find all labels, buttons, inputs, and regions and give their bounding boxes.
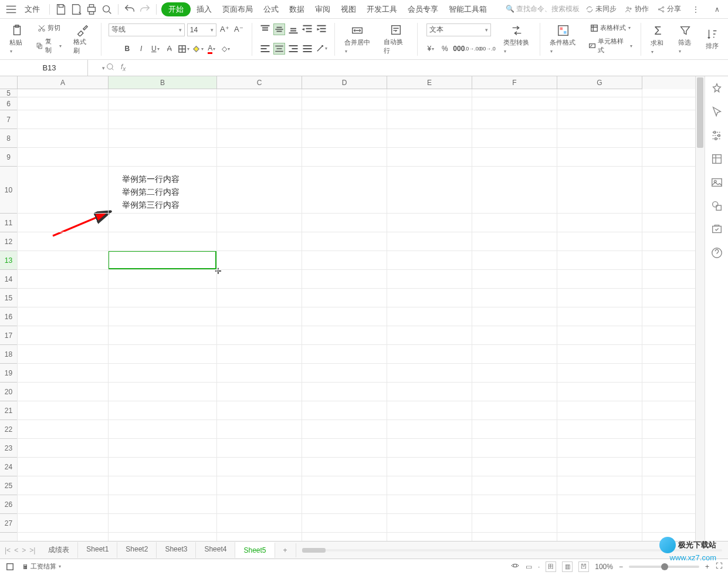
cellstyle-button[interactable]: 单元格样式▾: [587, 36, 634, 55]
filter-button[interactable]: 筛选▾: [676, 23, 695, 55]
side-style-icon[interactable]: [710, 153, 723, 165]
size-select[interactable]: 14▾: [187, 23, 216, 36]
expand-icon[interactable]: ∧: [710, 3, 723, 16]
copy-button[interactable]: 复制▾: [35, 36, 63, 55]
menu-tab-2[interactable]: 页面布局: [218, 2, 258, 16]
row-header-7[interactable]: 7: [0, 110, 18, 129]
fill-icon[interactable]: ▾: [192, 43, 204, 55]
orient-icon[interactable]: ▾: [316, 43, 327, 55]
menu-tab-6[interactable]: 视图: [336, 2, 361, 16]
side-help-icon[interactable]: [710, 246, 723, 259]
cancel-fx-icon[interactable]: [106, 62, 115, 73]
align-left-icon[interactable]: [259, 43, 271, 55]
side-settings-icon[interactable]: [710, 129, 723, 142]
view-break-icon[interactable]: 凹: [578, 561, 589, 572]
wrap-button[interactable]: 自动换行: [381, 22, 410, 56]
indent-dec-icon[interactable]: [302, 23, 313, 35]
dec-inc-icon[interactable]: .0→.00: [467, 43, 479, 55]
row-header-18[interactable]: 18: [0, 345, 18, 364]
col-header-F[interactable]: F: [472, 76, 557, 89]
row-header-16[interactable]: 16: [0, 307, 18, 326]
sheet-tab-成绩表[interactable]: 成绩表: [40, 542, 78, 558]
status-view1-icon[interactable]: [510, 561, 520, 572]
bold-icon[interactable]: B: [121, 43, 133, 55]
menu-tab-3[interactable]: 公式: [259, 2, 283, 16]
row-header-12[interactable]: 12: [0, 232, 18, 251]
print-icon[interactable]: [85, 3, 98, 16]
grow-font-icon[interactable]: A⁺: [219, 23, 231, 35]
status-view2-icon[interactable]: ▭: [526, 563, 532, 571]
menu-tab-9[interactable]: 智能工具箱: [444, 2, 492, 16]
col-header-G[interactable]: G: [557, 76, 642, 89]
strike-icon[interactable]: A: [164, 43, 175, 55]
row-header-17[interactable]: 17: [0, 326, 18, 345]
justify-icon[interactable]: [302, 43, 313, 55]
coop-button[interactable]: 协作: [625, 4, 649, 14]
merge-button[interactable]: 合并居中▾: [342, 23, 374, 55]
view-page-icon[interactable]: ▥: [562, 561, 573, 572]
format-select[interactable]: 文本▾: [426, 23, 491, 36]
row-header-21[interactable]: 21: [0, 401, 18, 420]
vertical-scrollbar[interactable]: [695, 76, 705, 541]
menu-file[interactable]: 文件: [20, 2, 45, 16]
row-header-14[interactable]: 14: [0, 270, 18, 289]
paste-button[interactable]: 粘贴▾: [7, 23, 26, 55]
col-header-D[interactable]: D: [302, 76, 387, 89]
side-backup-icon[interactable]: [710, 223, 723, 236]
col-header-B[interactable]: B: [109, 76, 217, 89]
menu-tab-1[interactable]: 插入: [192, 2, 216, 16]
command-search[interactable]: 🔍 查找命令、搜索模板: [506, 4, 580, 14]
align-center-icon[interactable]: [273, 43, 285, 55]
menu-tab-4[interactable]: 数据: [285, 2, 309, 16]
menu-tab-7[interactable]: 开发工具: [362, 2, 402, 16]
font-color-icon[interactable]: A▾: [206, 43, 218, 55]
sheet-tab-Sheet2[interactable]: Sheet2: [117, 542, 157, 558]
row-header-26[interactable]: 26: [0, 495, 18, 514]
font-effects-icon[interactable]: ◇▾: [220, 43, 232, 55]
row-header-19[interactable]: 19: [0, 364, 18, 383]
status-menu[interactable]: [5, 562, 15, 571]
save-icon[interactable]: [55, 3, 67, 16]
row-header-8[interactable]: 8: [0, 129, 18, 148]
border-icon[interactable]: ▾: [178, 43, 189, 55]
col-header-A[interactable]: A: [18, 76, 109, 89]
font-select[interactable]: 等线▾: [109, 23, 185, 36]
sheet-tab-Sheet4[interactable]: Sheet4: [196, 542, 235, 558]
col-header-E[interactable]: E: [387, 76, 472, 89]
sheet-tab-Sheet3[interactable]: Sheet3: [157, 542, 196, 558]
brush-button[interactable]: 格式刷: [71, 22, 94, 56]
select-all-corner[interactable]: [0, 76, 18, 89]
sync-button[interactable]: 未同步: [585, 4, 617, 14]
row-header-27[interactable]: 27: [0, 514, 18, 533]
col-header-C[interactable]: C: [217, 76, 302, 89]
row-header-9[interactable]: 9: [0, 148, 18, 167]
align-top-icon[interactable]: [259, 23, 271, 35]
row-header-5[interactable]: 5: [0, 89, 18, 97]
menu-tab-0[interactable]: 开始: [161, 2, 191, 16]
align-mid-icon[interactable]: [273, 23, 285, 35]
row-header-25[interactable]: 25: [0, 476, 18, 495]
row-header-22[interactable]: 22: [0, 420, 18, 439]
side-image-icon[interactable]: [710, 176, 723, 189]
row-header-6[interactable]: 6: [0, 97, 18, 110]
name-box[interactable]: ▾: [0, 60, 88, 76]
dec-dec-icon[interactable]: .00→.0: [481, 43, 493, 55]
undo-icon[interactable]: [123, 3, 136, 16]
percent-icon[interactable]: %: [439, 43, 451, 55]
row-header-13[interactable]: 13: [0, 251, 18, 270]
sheet-nav[interactable]: |<<>>|: [0, 546, 40, 554]
sheet-tab-Sheet5[interactable]: Sheet5: [235, 542, 275, 558]
row-header-20[interactable]: 20: [0, 383, 18, 401]
more-icon[interactable]: ⋮: [689, 3, 702, 16]
shrink-font-icon[interactable]: A⁻: [233, 23, 245, 35]
currency-icon[interactable]: ¥▾: [425, 43, 436, 55]
sort-button[interactable]: 排序: [703, 26, 721, 52]
hamburger-icon[interactable]: [5, 3, 18, 16]
row-header-23[interactable]: 23: [0, 439, 18, 458]
menu-tab-8[interactable]: 会员专享: [403, 2, 443, 16]
side-select-icon[interactable]: [710, 106, 723, 119]
side-shape-icon[interactable]: [710, 199, 723, 212]
row-header-10[interactable]: 10: [0, 167, 18, 214]
view-normal-icon[interactable]: 田: [546, 561, 556, 572]
status-calc[interactable]: 🖩 工资结算▾: [21, 561, 62, 571]
